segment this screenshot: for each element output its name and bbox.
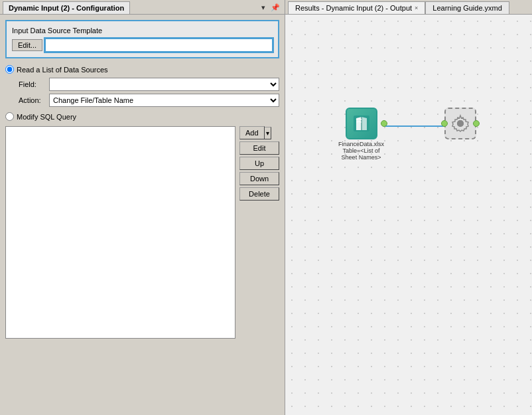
edit-list-button[interactable]: Edit (239, 141, 279, 155)
action-label: Action: (19, 96, 45, 104)
modify-sql-radio[interactable] (5, 112, 14, 121)
read-list-radio[interactable] (5, 65, 14, 74)
config-tab-label: Dynamic Input (2) - Configuration (9, 4, 124, 12)
results-tab-close[interactable]: × (415, 5, 418, 11)
pin-button[interactable]: 📌 (269, 3, 282, 13)
template-input[interactable] (45, 39, 273, 52)
read-list-label: Read a List of Data Sources (17, 66, 108, 74)
learning-guide-tab-label: Learning Guide.yxmd (432, 4, 502, 12)
add-button[interactable]: Add (239, 126, 265, 139)
config-tab[interactable]: Dynamic Input (2) - Configuration (3, 1, 130, 14)
list-box (5, 126, 235, 339)
input-data-source-section: Input Data Source Template Edit... (5, 20, 279, 58)
results-tab-label: Results - Dynamic Input (2) - Output (295, 4, 412, 12)
dynamic-node-right-connector (473, 120, 480, 127)
book-icon (351, 113, 372, 134)
canvas-area: FinanceData.xlsxTable=<List ofSheet Name… (285, 15, 532, 415)
delete-button[interactable]: Delete (239, 187, 279, 201)
input-node-right-connector (381, 120, 387, 127)
learning-guide-tab[interactable]: Learning Guide.yxmd (425, 1, 509, 14)
dynamic-input-node[interactable] (444, 108, 476, 139)
input-node-label: FinanceData.xlsxTable=<List ofSheet Name… (338, 141, 384, 161)
input-node[interactable]: FinanceData.xlsxTable=<List ofSheet Name… (338, 108, 384, 161)
up-button[interactable]: Up (239, 157, 279, 170)
add-dropdown-button[interactable]: ▾ (265, 127, 271, 139)
field-select[interactable] (49, 78, 279, 91)
action-select[interactable]: Change File/Table Name (49, 94, 279, 107)
field-label: Field: (19, 80, 45, 88)
edit-button[interactable]: Edit... (12, 39, 42, 51)
gear-icon (450, 113, 471, 134)
down-button[interactable]: Down (239, 172, 279, 185)
modify-sql-label: Modify SQL Query (17, 113, 76, 121)
dropdown-button[interactable]: ▾ (259, 3, 267, 13)
connection-svg (285, 15, 532, 415)
section-title: Input Data Source Template (12, 27, 273, 35)
input-node-icon (346, 108, 377, 139)
dynamic-node-icon (444, 108, 476, 139)
results-tab[interactable]: Results - Dynamic Input (2) - Output × (288, 1, 425, 14)
dynamic-node-left-connector (441, 120, 448, 127)
